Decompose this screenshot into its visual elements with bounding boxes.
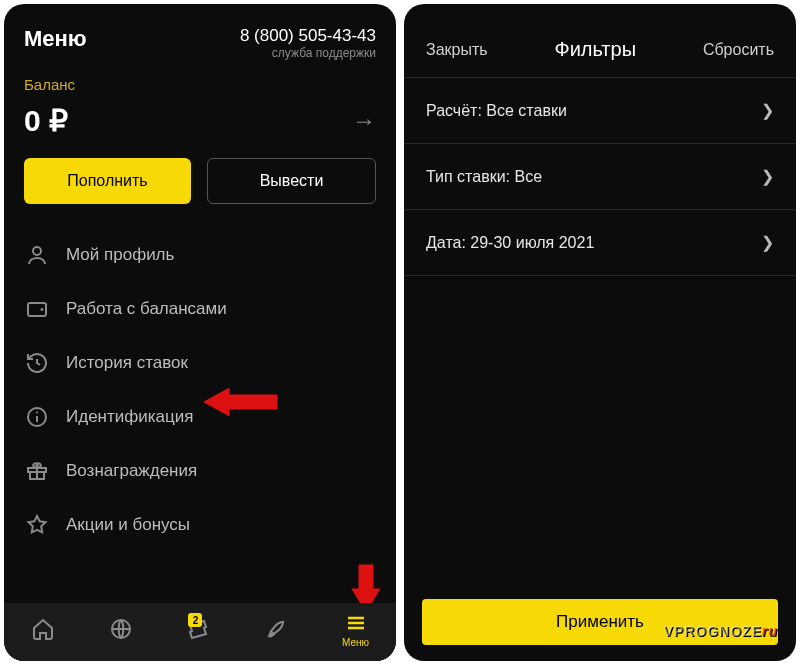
topup-button[interactable]: Пополнить <box>24 158 191 204</box>
filters-header: Закрыть Фильтры Сбросить <box>404 4 796 77</box>
apply-button[interactable]: Применить <box>422 599 778 645</box>
nav-sports[interactable] <box>109 617 133 641</box>
phone-left-menu: Меню 8 (800) 505-43-43 служба поддержки … <box>4 4 396 661</box>
info-icon <box>24 404 50 430</box>
support-block[interactable]: 8 (800) 505-43-43 служба поддержки <box>240 26 376 60</box>
chevron-right-icon: ❯ <box>761 167 774 186</box>
profile-icon <box>24 242 50 268</box>
filter-row-label: Тип ставки: Все <box>426 168 542 186</box>
withdraw-button-label: Вывести <box>260 172 324 190</box>
balance-label: Баланс <box>4 68 396 93</box>
menu-list: Мой профиль Работа с балансами История с… <box>4 222 396 558</box>
balance-amount: 0 ₽ <box>24 103 68 138</box>
star-icon <box>24 512 50 538</box>
history-icon <box>24 350 50 376</box>
svg-point-5 <box>36 412 38 414</box>
bottom-nav: 2 Меню <box>4 603 396 661</box>
apply-button-label: Применить <box>556 612 644 632</box>
rocket-icon <box>264 617 288 641</box>
arrow-right-icon: → <box>352 107 376 135</box>
chevron-right-icon: ❯ <box>761 101 774 120</box>
withdraw-button[interactable]: Вывести <box>207 158 376 204</box>
menu-item-label: История ставок <box>66 353 188 373</box>
svg-point-0 <box>33 247 41 255</box>
menu-item-balances[interactable]: Работа с балансами <box>4 282 396 336</box>
phone-right-filters: Закрыть Фильтры Сбросить Расчёт: Все ста… <box>404 4 796 661</box>
menu-item-bet-history[interactable]: История ставок <box>4 336 396 390</box>
menu-item-label: Идентификация <box>66 407 193 427</box>
chevron-right-icon: ❯ <box>761 233 774 252</box>
wallet-icon <box>24 296 50 322</box>
menu-item-label: Мой профиль <box>66 245 174 265</box>
menu-item-label: Акции и бонусы <box>66 515 190 535</box>
filter-row-settlement[interactable]: Расчёт: Все ставки ❯ <box>404 78 796 144</box>
nav-home[interactable] <box>31 617 55 641</box>
balance-row[interactable]: 0 ₽ → <box>4 93 396 152</box>
filter-row-bet-type[interactable]: Тип ставки: Все ❯ <box>404 144 796 210</box>
apply-bar: Применить <box>404 589 796 661</box>
page-title: Меню <box>24 26 87 60</box>
filter-row-label: Дата: 29-30 июля 2021 <box>426 234 594 252</box>
nav-menu[interactable]: Меню <box>342 611 369 648</box>
support-phone: 8 (800) 505-43-43 <box>240 26 376 46</box>
filter-row-date[interactable]: Дата: 29-30 июля 2021 ❯ <box>404 210 796 276</box>
svg-point-2 <box>41 308 44 311</box>
support-subtitle: служба поддержки <box>240 46 376 60</box>
topup-button-label: Пополнить <box>67 172 147 190</box>
header: Меню 8 (800) 505-43-43 служба поддержки <box>4 4 396 68</box>
nav-rocket[interactable] <box>264 617 288 641</box>
ball-icon <box>109 617 133 641</box>
nav-badge: 2 <box>188 613 202 627</box>
close-button[interactable]: Закрыть <box>426 41 488 59</box>
reset-button[interactable]: Сбросить <box>703 41 774 59</box>
nav-menu-label: Меню <box>342 637 369 648</box>
nav-tickets[interactable]: 2 <box>186 617 210 641</box>
hamburger-icon <box>344 611 368 635</box>
gift-icon <box>24 458 50 484</box>
menu-item-rewards[interactable]: Вознаграждения <box>4 444 396 498</box>
menu-item-promotions[interactable]: Акции и бонусы <box>4 498 396 552</box>
menu-item-label: Вознаграждения <box>66 461 197 481</box>
home-icon <box>31 617 55 641</box>
filters-title: Фильтры <box>554 38 636 61</box>
menu-item-profile[interactable]: Мой профиль <box>4 228 396 282</box>
menu-item-identification[interactable]: Идентификация <box>4 390 396 444</box>
action-buttons: Пополнить Вывести <box>4 152 396 222</box>
filter-row-label: Расчёт: Все ставки <box>426 102 567 120</box>
menu-item-label: Работа с балансами <box>66 299 227 319</box>
